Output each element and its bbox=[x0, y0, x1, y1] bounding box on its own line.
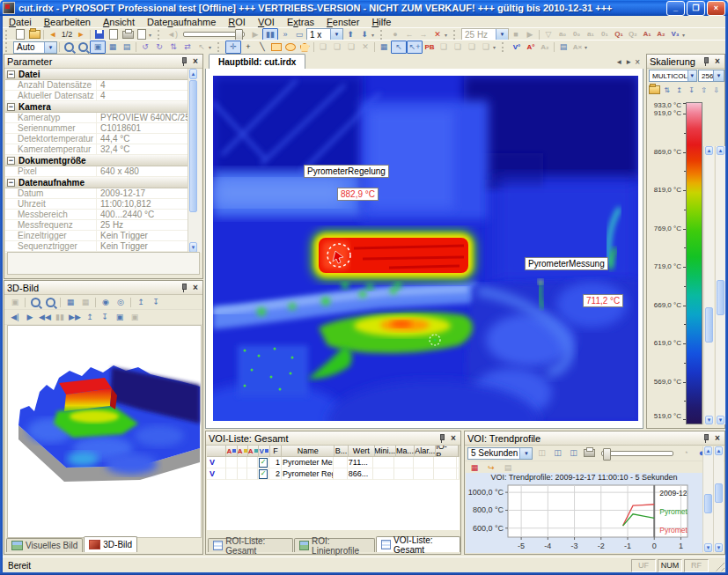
center-view-button[interactable]: ◎ bbox=[114, 297, 128, 308]
rotate-up-button[interactable]: ↥ bbox=[83, 312, 97, 323]
param-row[interactable]: Anzahl Datensätze4 bbox=[5, 80, 189, 91]
thermal-image[interactable]: PyrometerRegelung 882,9 °C PyrometerMess… bbox=[213, 76, 638, 421]
visible-checkbox[interactable]: ✓ bbox=[259, 458, 268, 468]
roi-lock-button[interactable]: ❏ bbox=[465, 41, 479, 53]
tab-scroll-right-icon[interactable]: ► bbox=[625, 58, 632, 66]
toolbar-grip[interactable] bbox=[5, 42, 11, 52]
single-frame-button[interactable]: ▭ bbox=[292, 29, 306, 41]
open-file-button[interactable] bbox=[27, 29, 41, 41]
playback-speed-select[interactable]: 1 x▼ bbox=[306, 28, 343, 41]
voi-table[interactable]: A A A V F Name B... Wert Mini... Ma... A… bbox=[207, 446, 460, 530]
scale-expand-icon[interactable]: ⇧ bbox=[698, 85, 710, 95]
reset-view-button[interactable]: ◉ bbox=[99, 297, 113, 308]
grid-button[interactable]: ▤ bbox=[120, 41, 134, 53]
roi-point-tool-button[interactable]: + bbox=[241, 41, 255, 53]
first-frame-button[interactable]: ◀| bbox=[8, 312, 22, 323]
chart-settings-icon[interactable]: ◫ bbox=[534, 447, 548, 459]
toolbar-grip[interactable] bbox=[453, 30, 459, 40]
pin-icon[interactable] bbox=[702, 57, 710, 66]
scroll-up-icon[interactable]: ▲ bbox=[717, 146, 724, 155]
audio-marker-a0-icon[interactable]: a₀ bbox=[555, 29, 570, 41]
menu-extras[interactable]: Extras bbox=[281, 17, 320, 27]
voi-cell[interactable]: ✓ bbox=[258, 468, 269, 480]
toolbar-overflow-icon[interactable]: ▾ bbox=[445, 32, 451, 38]
parameter-scrollbar[interactable]: ▲ ▼ bbox=[188, 69, 202, 253]
maximize-button[interactable]: ❐ bbox=[687, 1, 705, 16]
scrollbar-thumb[interactable] bbox=[717, 280, 724, 315]
jump-back-button[interactable]: ← bbox=[402, 29, 416, 41]
col-name[interactable]: Name bbox=[282, 446, 335, 457]
speaker-icon[interactable]: ◄) bbox=[165, 29, 180, 41]
delete-sequence-button[interactable]: ✕ bbox=[430, 29, 445, 41]
pin-icon[interactable] bbox=[180, 284, 188, 292]
play-3d-button[interactable]: ▶ bbox=[23, 312, 37, 323]
alarm-a2-icon[interactable]: A₂ bbox=[654, 29, 668, 41]
param-row[interactable]: Messfrequenz25 Hz bbox=[5, 220, 189, 231]
scroll-up-icon[interactable]: ▲ bbox=[704, 446, 712, 455]
voi-new-icon[interactable]: V° bbox=[510, 41, 524, 53]
voi-v3-icon[interactable]: V₃ bbox=[668, 29, 682, 41]
roi-paste-button[interactable]: ❏ bbox=[330, 41, 344, 53]
collapse-icon[interactable]: − bbox=[7, 103, 15, 111]
tab-visuelles-bild[interactable]: Visuelles Bild bbox=[6, 538, 83, 552]
scale-up-icon[interactable]: ↥ bbox=[673, 85, 685, 95]
slider-thumb[interactable] bbox=[603, 448, 611, 461]
palette-select[interactable]: MULTICOLOR▼ bbox=[649, 70, 697, 82]
roi-polygon-tool-button[interactable] bbox=[298, 41, 312, 53]
toolbar-grip[interactable] bbox=[158, 30, 163, 40]
toolbar-overflow-icon[interactable]: ▾ bbox=[682, 32, 688, 38]
jump-forward-button[interactable]: → bbox=[416, 29, 430, 41]
fast-forward-button[interactable]: » bbox=[278, 29, 292, 41]
play-button[interactable]: ▶ bbox=[248, 29, 262, 41]
flip-horizontal-button[interactable]: ⇄ bbox=[180, 41, 195, 53]
toolbar-overflow-icon[interactable]: ▾ bbox=[209, 44, 215, 50]
scroll-down-icon[interactable]: ▼ bbox=[717, 416, 724, 424]
alarm-a1-icon[interactable]: A₁ bbox=[640, 29, 654, 41]
roi-label-pyrometermessung[interactable]: PyrometerMessung bbox=[525, 257, 608, 270]
scrollbar-thumb[interactable] bbox=[704, 494, 712, 513]
close-icon[interactable]: × bbox=[713, 56, 722, 66]
col-max[interactable]: Ma... bbox=[396, 446, 415, 457]
step-up-button[interactable]: ⬆ bbox=[343, 29, 357, 41]
chart-print-icon[interactable] bbox=[582, 447, 596, 459]
scroll-up-icon[interactable]: ▲ bbox=[715, 446, 723, 455]
col-marker[interactable] bbox=[207, 446, 226, 457]
grid2-3d-button[interactable]: ▦ bbox=[78, 297, 92, 308]
toolbar-overflow-icon[interactable]: ▾ bbox=[493, 44, 499, 50]
trend-scrollbar-1[interactable]: ▲ ▼ bbox=[702, 446, 713, 552]
bild3d-view[interactable] bbox=[7, 325, 202, 538]
scale-max-scrollbar[interactable]: ▲ ▼ bbox=[703, 146, 714, 424]
menu-bearbeiten[interactable]: Bearbeiten bbox=[38, 17, 97, 27]
scroll-up-icon[interactable]: ▲ bbox=[705, 146, 713, 155]
rewind-3d-button[interactable]: ◀◀ bbox=[38, 312, 52, 323]
stop-button[interactable]: ■ bbox=[509, 29, 523, 41]
roi-rectangle-tool-button[interactable] bbox=[269, 41, 283, 53]
param-row[interactable]: SequenztriggerKein Trigger bbox=[5, 241, 189, 252]
param-group-header[interactable]: −Datei bbox=[5, 69, 189, 80]
tab-scroll-left-icon[interactable]: ◄ bbox=[615, 58, 622, 66]
trend-copy-icon[interactable]: ▤ bbox=[501, 462, 515, 474]
audio-marker-00-icon[interactable]: 0₀ bbox=[570, 29, 584, 41]
param-row[interactable]: Kameratemperatur32,4 °C bbox=[5, 144, 189, 155]
roi-copy-button[interactable]: ❏ bbox=[316, 41, 330, 53]
scale-compress-icon[interactable]: ⇩ bbox=[710, 85, 722, 95]
col-wert[interactable]: Wert bbox=[349, 446, 375, 457]
voi-table-row[interactable]: V✓2Pyrometer Reg...866... bbox=[207, 468, 460, 480]
col-iop[interactable]: IO-P... bbox=[436, 446, 459, 457]
interval-select[interactable]: 5 Sekunden▼ bbox=[467, 447, 533, 460]
quality-q2-icon[interactable]: Q₂ bbox=[626, 29, 640, 41]
param-row[interactable]: Datum2009-12-17 bbox=[5, 188, 189, 199]
toolbar-overflow-icon[interactable]: ▾ bbox=[585, 44, 591, 50]
toolbar-grip[interactable] bbox=[380, 30, 386, 40]
snapshot-camera-icon[interactable]: ▣ bbox=[8, 297, 22, 308]
roi-label-pyrometerregelung[interactable]: PyrometerRegelung bbox=[304, 165, 389, 178]
play-small-button[interactable]: ▶ bbox=[523, 29, 537, 41]
fit-to-window-button[interactable]: ▣ bbox=[90, 41, 106, 54]
col-alarm2-icon[interactable]: A bbox=[238, 446, 248, 457]
close-icon[interactable]: × bbox=[191, 283, 200, 292]
voi-cell[interactable]: ✓ bbox=[258, 457, 269, 468]
menu-datei[interactable]: Datei bbox=[3, 17, 38, 27]
resize-grip[interactable] bbox=[713, 560, 724, 571]
scale-min-scrollbar[interactable]: ▲ ▼ bbox=[715, 146, 725, 424]
col-f[interactable]: F bbox=[270, 446, 283, 457]
